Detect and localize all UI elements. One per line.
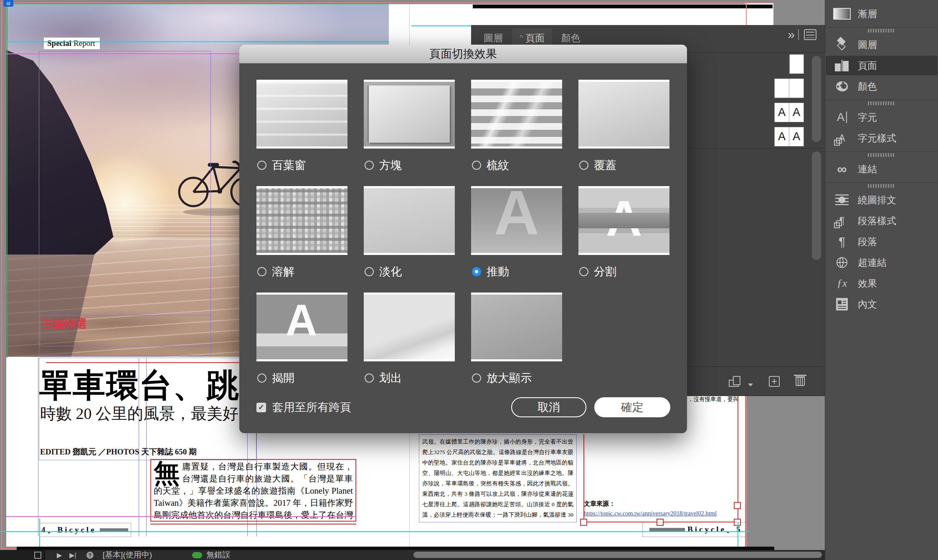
gradient-swatch-icon	[832, 5, 852, 23]
transition-option-uncover: 揭開	[256, 293, 347, 386]
radio-fade[interactable]	[365, 267, 374, 276]
sidebar-item-color-palette[interactable]: 顏色	[825, 76, 938, 97]
guide-cyan-top	[6, 41, 389, 42]
zoomin-preview-thumbnail[interactable]	[471, 293, 562, 361]
sidebar-item-character[interactable]: A字元	[825, 107, 938, 128]
dialog-title[interactable]: 頁面切換效果	[239, 45, 687, 63]
page-thumbnail[interactable]	[789, 54, 804, 74]
sidebar-item-effects[interactable]: ƒx效果	[825, 273, 938, 294]
radio-split[interactable]	[579, 267, 588, 276]
subhead-text[interactable]: 時數 20 公里的風景，最美好	[40, 403, 238, 424]
selection-handle-bl[interactable]	[580, 519, 587, 526]
sidebar-item-paragraph[interactable]: ¶段落	[825, 231, 938, 252]
radio-push[interactable]	[472, 267, 481, 276]
preflight-preset[interactable]: [基本](使用中)	[103, 550, 152, 560]
sidebar-item-paragraph-styles[interactable]: ¶段落樣式	[825, 210, 938, 231]
radio-cover[interactable]	[579, 161, 588, 170]
uncover-preview-thumbnail[interactable]	[256, 293, 347, 361]
comb-preview-thumbnail[interactable]	[471, 80, 562, 149]
master-page-letter: A	[775, 127, 789, 146]
option-row: 溶解	[256, 264, 347, 279]
delete-page-icon[interactable]	[796, 376, 805, 386]
panel-menu-icon[interactable]	[804, 29, 816, 40]
sidebar-item-links[interactable]: ∞連結	[825, 159, 938, 179]
page-thumbnail[interactable]: AA	[774, 103, 804, 122]
sidebar-item-pages[interactable]: 頁面	[825, 55, 938, 76]
page-size-dropdown-caret-icon[interactable]	[748, 383, 753, 386]
bleed-line-left	[1, 3, 2, 548]
page-thumbnail[interactable]	[774, 78, 804, 98]
ok-button[interactable]: 確定	[594, 397, 670, 417]
right-column-frame[interactable]: 武嶺。在媒體業工作的陳亦珍，嬌小的身形，完全看不出曾爬上3275 公尺高的武嶺之…	[419, 434, 577, 522]
transition-option-split: 分割	[578, 186, 669, 279]
fade-preview-thumbnail[interactable]	[364, 186, 455, 255]
cancel-button[interactable]: 取消	[511, 397, 586, 417]
radio-dissolve[interactable]	[257, 267, 266, 276]
horizontal-scrollbar[interactable]	[413, 552, 822, 558]
cover-preview-thumbnail[interactable]	[578, 80, 669, 149]
apply-all-row[interactable]: ✓ 套用至所有跨頁	[256, 400, 351, 415]
radio-wipe[interactable]	[365, 373, 374, 383]
next-page-icon[interactable]: ▶|	[69, 551, 76, 559]
radio-comb[interactable]	[472, 161, 481, 170]
transition-option-label: 淡化	[379, 264, 402, 279]
sidebar-item-gradient-swatch[interactable]: 漸層	[825, 3, 938, 24]
blinds-preview-thumbnail[interactable]	[256, 80, 347, 149]
prev-page-icon[interactable]: ▶	[57, 551, 62, 559]
left-page-footer[interactable]: 4。Bicycle	[39, 523, 131, 537]
sidebar-item-story[interactable]: 內文	[825, 294, 938, 315]
drag-handle-dots-icon[interactable]	[868, 184, 895, 188]
left-footer-text: 4。Bicycle	[41, 525, 96, 535]
sidebar-item-character-styles[interactable]: A字元樣式	[825, 128, 938, 149]
pages-scrollbar-lower[interactable]	[812, 151, 821, 260]
preflight-status-label[interactable]: 無錯誤	[206, 550, 230, 560]
edit-page-size-icon[interactable]	[729, 376, 744, 387]
text-wrap-icon	[832, 191, 852, 209]
source-url-link[interactable]: https://topic.cw.com.tw/anniversary2018/…	[584, 510, 717, 517]
radio-box[interactable]	[365, 161, 374, 170]
transition-option-cover: 覆蓋	[578, 80, 669, 173]
page-info-icon[interactable]: ?	[86, 552, 94, 559]
pages-scrollbar-upper[interactable]	[812, 56, 821, 142]
radio-zoomin[interactable]	[472, 373, 481, 383]
box-preview-thumbnail[interactable]	[364, 80, 455, 149]
drag-handle-dots-icon[interactable]	[868, 153, 895, 157]
board-icon[interactable]	[34, 552, 41, 559]
push-preview-thumbnail[interactable]	[471, 186, 562, 255]
new-page-icon[interactable]	[769, 376, 780, 387]
sidebar-divider	[825, 27, 938, 28]
indesign-workspace: Special Report 主編特選 單車環台、跳島、攻 時數 20 公里的風…	[0, 0, 938, 560]
story-icon	[832, 295, 852, 313]
sidebar-item-hyperlinks[interactable]: 超連結	[825, 252, 938, 273]
guide-magenta-bottom	[6, 516, 356, 517]
master-page-letter: A	[789, 127, 804, 146]
split-preview-thumbnail[interactable]	[578, 186, 669, 255]
photo-text-frame-outline[interactable]	[39, 51, 211, 356]
page-thumbnail[interactable]: AA	[774, 127, 804, 146]
selection-handle-rm[interactable]	[734, 502, 741, 509]
collapse-panel-icon[interactable]: »	[788, 28, 793, 42]
guide-cyan-v-right	[738, 522, 738, 547]
byline-text[interactable]: EDITED 鄧凱元 ／PHOTOS 天下雜誌 650 期	[40, 446, 197, 457]
option-row: 推動	[471, 264, 562, 279]
apply-all-checkbox[interactable]: ✓	[256, 403, 266, 412]
transition-options-grid: 百葉窗方塊梳紋覆蓋溶解淡化推動分割揭開划出放大顯示	[256, 80, 669, 386]
option-row: 方塊	[364, 158, 455, 173]
transition-option-label: 放大顯示	[487, 371, 532, 386]
guide-green-v	[7, 3, 8, 358]
drag-handle-dots-icon[interactable]	[868, 101, 895, 105]
right-page-footer[interactable]: Bicycle。5	[642, 522, 749, 537]
radio-uncover[interactable]	[257, 373, 266, 383]
wipe-preview-thumbnail[interactable]	[364, 293, 455, 361]
sidebar-item-layers[interactable]: 圖層	[825, 34, 938, 55]
body-text-frame[interactable]: 無庸置疑，台灣是自行車製造大國。但現在，台灣還是自行車的旅遊大國。「台灣是單車的…	[150, 459, 356, 522]
radio-blinds[interactable]	[257, 161, 266, 170]
transition-option-label: 覆蓋	[594, 158, 616, 173]
drag-handle-dots-icon[interactable]	[868, 29, 895, 33]
dissolve-preview-thumbnail[interactable]	[256, 186, 347, 255]
sidebar-item-text-wrap[interactable]: 繞圖排文	[825, 189, 938, 210]
page-transitions-dialog: 頁面切換效果 百葉窗方塊梳紋覆蓋溶解淡化推動分割揭開划出放大顯示 ✓ 套用至所有…	[239, 45, 687, 433]
app-badge: id	[3, 0, 13, 7]
effects-icon: ƒx	[832, 275, 852, 292]
source-label: 文章來源：	[584, 500, 615, 508]
